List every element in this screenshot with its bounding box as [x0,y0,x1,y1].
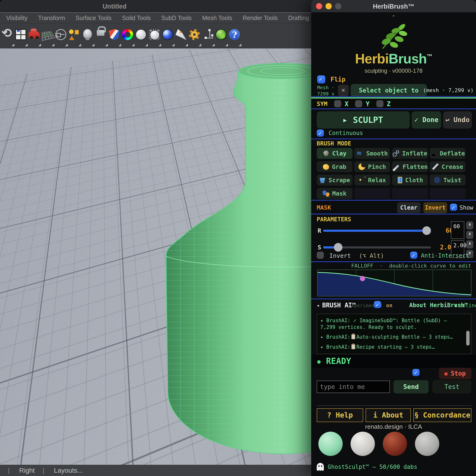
material-mint-sphere[interactable] [318,432,343,456]
about-button[interactable]: i About [366,408,411,422]
mask-section: MASK Clear Invert Show [311,202,476,214]
stop-square-icon: ■ [444,371,447,376]
test-button[interactable]: Test [432,380,472,393]
spotlight-icon[interactable] [175,23,187,48]
lock-icon[interactable] [95,23,107,48]
radius-number-input[interactable]: 60 [451,221,464,239]
material-clay-gray-sphere[interactable] [415,432,439,456]
dimension-icon[interactable] [202,23,214,48]
section-icon: § [414,411,419,419]
wireframe-sphere-icon[interactable] [148,23,160,48]
divider [317,405,472,406]
lightbulb-icon[interactable] [82,23,93,48]
viewport-layout-icon[interactable] [15,23,27,48]
brush-smooth-button[interactable]: Smooth [354,148,390,159]
brush-flatten-button[interactable]: Flatten [392,161,428,172]
brush-clay-button[interactable]: Clay [317,148,353,159]
invert-hint: (⌥ Alt) [359,252,384,259]
menu-visibility[interactable]: Visibility [6,15,28,21]
send-button[interactable]: Send [393,380,428,393]
brush-deflate-button[interactable]: Deflate [430,148,465,159]
sculpt-button[interactable]: ▶SCULPT [317,111,410,129]
menu-solid-tools[interactable]: Solid Tools [122,15,151,21]
play-icon: ▶ [343,117,347,123]
divider [311,108,476,109]
menu-surface-tools[interactable]: Surface Tools [76,15,112,21]
strength-slider[interactable] [323,246,431,249]
material-oxide-red-sphere[interactable] [383,432,407,456]
menu-render-tools[interactable]: Render Tools [243,15,278,21]
circle-center-icon[interactable] [55,23,67,48]
empty-grid-cell [430,188,465,199]
brush-cloth-button[interactable]: Cloth [392,175,428,186]
status-right-view[interactable]: Right [19,467,34,474]
mask-invert-button[interactable]: Invert [423,202,447,213]
brush-crease-button[interactable]: Crease [430,161,465,172]
fist-icon [323,164,329,170]
continuous-checkbox[interactable] [317,130,324,137]
brush-pinch-button[interactable]: Pinch [354,161,390,172]
hole-icon [430,153,437,156]
info-icon: i [373,411,377,419]
ai-prompt-input[interactable] [317,381,390,393]
deselect-button[interactable]: × [338,85,349,96]
radius-increment-button[interactable] [466,221,473,229]
status-layouts[interactable]: Layouts... [54,467,83,474]
sym-z-checkbox[interactable] [376,100,383,107]
log-scrollbar[interactable] [466,331,470,346]
render-sphere-icon[interactable] [162,23,174,48]
brush-ai-row: ✦ BRUSH AI™ experimental on About HerbiB… [311,301,476,310]
brush-ai-checkbox[interactable] [374,301,381,308]
flip-checkbox[interactable] [317,75,325,84]
knife-icon [432,163,439,170]
concordance-button[interactable]: § Concordance [413,408,472,422]
sym-y-checkbox[interactable] [355,100,362,107]
ghostsculpt-label: GhostSculpt™ — 50/600 dabs [328,464,417,470]
undo-button[interactable]: ↩ Undo [443,111,472,129]
brush-scrape-button[interactable]: Scrape [317,175,353,186]
help-button[interactable]: ? Help [317,408,363,422]
menu-subd-tools[interactable]: SubD Tools [161,15,191,21]
brush-relax-button[interactable]: Relax [354,175,390,186]
falloff-curve-editor[interactable] [317,270,472,296]
menu-mesh-tools[interactable]: Mesh Tools [202,15,232,21]
auto-checkbox[interactable] [412,369,420,376]
menu-drafting[interactable]: Drafting [288,15,309,21]
check-icon: ✓ [414,116,418,124]
brush-inflate-button[interactable]: Inflate [392,148,428,159]
radius-slider-thumb[interactable] [422,226,431,235]
car-icon[interactable] [28,23,40,48]
material-porcelain-sphere[interactable] [351,432,375,456]
earth-sphere-icon[interactable] [215,23,227,48]
strength-slider-thumb[interactable] [334,243,342,252]
anti-intersect-checkbox[interactable] [410,252,417,259]
select-object-button[interactable]: Select object to sculpt [351,84,427,97]
panel-resize-icon[interactable]: ⇔ [311,13,476,18]
brush-mask-button[interactable]: Mask [317,188,353,199]
cplane-grid-icon[interactable] [41,23,53,48]
brush-ai-log[interactable]: ✦ BrushAI: ✓ ImagineSubD™: Bottle (SubD)… [317,314,472,354]
wave-icon [357,150,363,157]
invert-checkbox[interactable] [317,252,324,259]
ready-dot-icon: ● [317,358,321,365]
brush-twist-button[interactable]: Twist [430,175,465,186]
mask-clear-button[interactable]: Clear [397,202,420,213]
sym-x-checkbox[interactable] [334,100,341,107]
shaded-sphere-icon[interactable] [135,23,147,48]
ghostsculpt-row: GhostSculpt™ — 50/600 dabs [317,462,417,472]
radius-slider[interactable] [323,230,431,232]
menu-transform[interactable]: Transform [38,15,65,21]
orbit-undo-icon[interactable] [1,23,13,48]
herbibrush-titlebar[interactable]: HerbiBrush™ [311,0,476,12]
strength-increment-button[interactable] [466,240,473,249]
shield-icon[interactable] [108,23,120,48]
osnap-icon[interactable] [68,23,80,48]
brush-grab-button[interactable]: Grab [317,161,353,172]
help-icon[interactable] [228,23,240,48]
done-button[interactable]: ✓ Done [412,111,441,129]
mask-show-checkbox[interactable] [450,204,457,211]
color-wheel-icon[interactable] [122,23,134,48]
stop-button[interactable]: ■Stop [439,368,472,379]
gear-icon[interactable] [188,23,200,48]
radius-decrement-button[interactable] [466,231,473,239]
